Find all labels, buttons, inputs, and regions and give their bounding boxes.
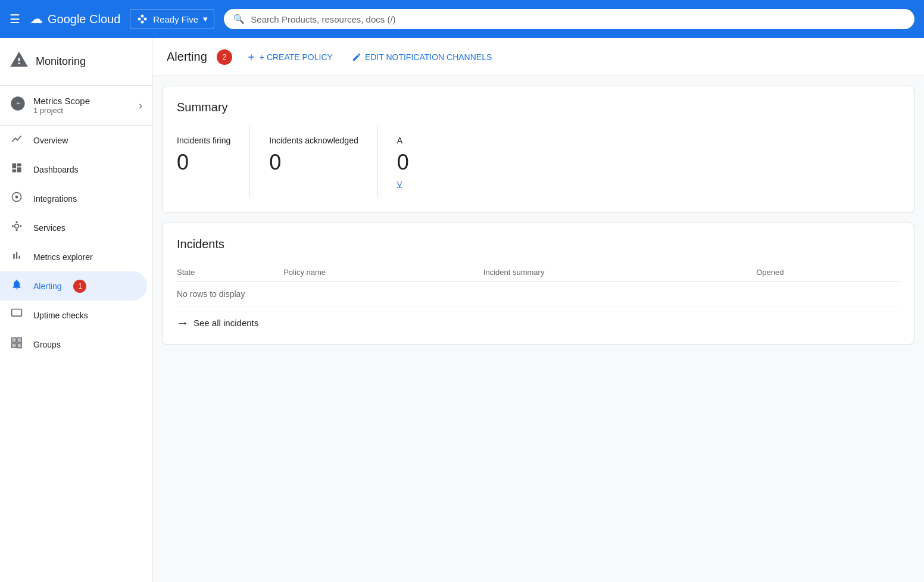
groups-label: Groups <box>33 340 61 349</box>
no-rows-message: No rows to display <box>177 282 900 306</box>
uptime-checks-label: Uptime checks <box>33 311 88 320</box>
sidebar-item-integrations[interactable]: Integrations <box>0 184 152 213</box>
integrations-icon <box>10 191 24 206</box>
monitoring-icon <box>10 50 29 73</box>
col-incident-summary: Incident summary <box>483 263 756 282</box>
services-icon <box>10 220 24 235</box>
svg-point-0 <box>138 18 141 21</box>
third-metric-value: 0 <box>397 150 409 175</box>
sidebar-item-alerting[interactable]: Alerting 1 <box>0 271 147 301</box>
see-all-incidents-label: See all incidents <box>193 318 258 328</box>
incidents-table-header: State Policy name Incident summary Opene… <box>177 263 900 282</box>
svg-point-1 <box>141 15 144 18</box>
top-nav: ☰ ☁ Google Cloud Ready Five ▾ 🔍 Search P… <box>0 0 924 38</box>
arrow-right-icon: → <box>177 316 189 330</box>
metrics-scope[interactable]: Metrics Scope 1 project › <box>0 86 152 126</box>
search-placeholder: Search Products, resources, docs (/) <box>251 14 395 24</box>
edit-notification-channels-button[interactable]: EDIT NOTIFICATION CHANNELS <box>352 52 492 62</box>
main-layout: Monitoring Metrics Scope 1 project › Ove… <box>0 38 924 582</box>
content-header: Alerting 2 + CREATE POLICY EDIT NOTIFICA… <box>152 38 924 76</box>
svg-point-8 <box>15 224 19 229</box>
col-opened: Opened <box>756 263 900 282</box>
metrics-explorer-label: Metrics explorer <box>33 252 93 262</box>
alerting-badge: 1 <box>73 280 86 293</box>
create-policy-label: + CREATE POLICY <box>260 52 333 62</box>
project-selector[interactable]: Ready Five ▾ <box>130 9 214 29</box>
incidents-table-body: No rows to display <box>177 282 900 306</box>
content-area: Alerting 2 + CREATE POLICY EDIT NOTIFICA… <box>152 38 924 582</box>
metrics-explorer-icon <box>10 249 24 264</box>
incidents-firing-label: Incidents firing <box>177 136 230 145</box>
sidebar-item-groups[interactable]: Groups <box>0 330 152 359</box>
col-policy-name: Policy name <box>283 263 483 282</box>
incidents-table: State Policy name Incident summary Opene… <box>177 263 900 306</box>
third-metric-link[interactable]: V <box>397 180 409 189</box>
svg-point-5 <box>18 99 22 104</box>
dashboards-label: Dashboards <box>33 165 79 174</box>
cloud-icon: ☁ <box>30 11 43 27</box>
svg-point-9 <box>15 221 17 223</box>
col-state: State <box>177 263 283 282</box>
uptime-checks-icon <box>10 308 24 323</box>
google-cloud-label: Google Cloud <box>48 12 120 26</box>
incidents-acknowledged-metric: Incidents acknowledged 0 <box>269 126 377 198</box>
dashboards-icon <box>10 162 24 177</box>
incidents-title: Incidents <box>177 237 900 251</box>
project-dots-icon <box>136 13 148 25</box>
metrics-scope-text: Metrics Scope 1 project <box>33 96 90 115</box>
svg-point-2 <box>144 18 147 21</box>
svg-point-10 <box>15 229 17 231</box>
sidebar-item-dashboards[interactable]: Dashboards <box>0 155 152 184</box>
svg-point-6 <box>16 104 20 108</box>
svg-rect-13 <box>12 309 22 317</box>
incidents-card: Incidents State Policy name Incident sum… <box>162 223 914 345</box>
alerting-icon <box>10 279 24 293</box>
sidebar-item-overview[interactable]: Overview <box>0 126 152 155</box>
overview-label: Overview <box>33 136 68 145</box>
services-label: Services <box>33 223 65 233</box>
hamburger-icon[interactable]: ☰ <box>10 12 20 26</box>
create-policy-button[interactable]: + CREATE POLICY <box>242 48 338 67</box>
third-metric-label: A <box>397 136 409 145</box>
monitoring-label: Monitoring <box>36 55 86 68</box>
sidebar-item-services[interactable]: Services <box>0 213 152 242</box>
policy-badge: 2 <box>217 49 232 65</box>
groups-icon <box>10 337 24 352</box>
metrics-scope-expand-icon: › <box>139 99 142 112</box>
metrics-scope-subtitle: 1 project <box>33 106 90 115</box>
alerting-label: Alerting <box>33 281 61 291</box>
svg-point-7 <box>15 196 18 199</box>
search-icon: 🔍 <box>233 14 245 24</box>
google-cloud-logo: ☁ Google Cloud <box>30 11 120 27</box>
summary-card: Summary Incidents firing 0 Incidents ack… <box>162 86 914 213</box>
summary-title: Summary <box>177 101 900 114</box>
search-bar[interactable]: 🔍 Search Products, resources, docs (/) <box>224 9 914 29</box>
summary-metrics: Incidents firing 0 Incidents acknowledge… <box>177 126 900 198</box>
sidebar-item-uptime-checks[interactable]: Uptime checks <box>0 301 152 330</box>
metrics-scope-title: Metrics Scope <box>33 96 90 106</box>
sidebar-item-metrics-explorer[interactable]: Metrics explorer <box>0 242 152 271</box>
edit-channels-label: EDIT NOTIFICATION CHANNELS <box>365 52 492 62</box>
incidents-acknowledged-value: 0 <box>269 150 358 175</box>
no-rows-row: No rows to display <box>177 282 900 306</box>
svg-point-3 <box>141 21 144 24</box>
see-all-incidents-link[interactable]: → See all incidents <box>177 306 900 330</box>
project-dropdown-icon: ▾ <box>203 14 208 24</box>
sidebar: Monitoring Metrics Scope 1 project › Ove… <box>0 38 152 582</box>
sidebar-header: Monitoring <box>0 38 152 86</box>
integrations-label: Integrations <box>33 194 77 204</box>
svg-point-11 <box>12 225 14 227</box>
svg-point-4 <box>14 99 18 104</box>
page-title: Alerting <box>167 50 207 64</box>
project-name: Ready Five <box>153 14 198 24</box>
incidents-acknowledged-label: Incidents acknowledged <box>269 136 358 145</box>
svg-point-12 <box>20 225 21 227</box>
incidents-firing-value: 0 <box>177 150 230 175</box>
overview-icon <box>10 133 24 148</box>
metrics-scope-icon <box>10 95 26 115</box>
incidents-firing-metric: Incidents firing 0 <box>177 126 250 198</box>
third-metric: A 0 V <box>397 126 428 198</box>
